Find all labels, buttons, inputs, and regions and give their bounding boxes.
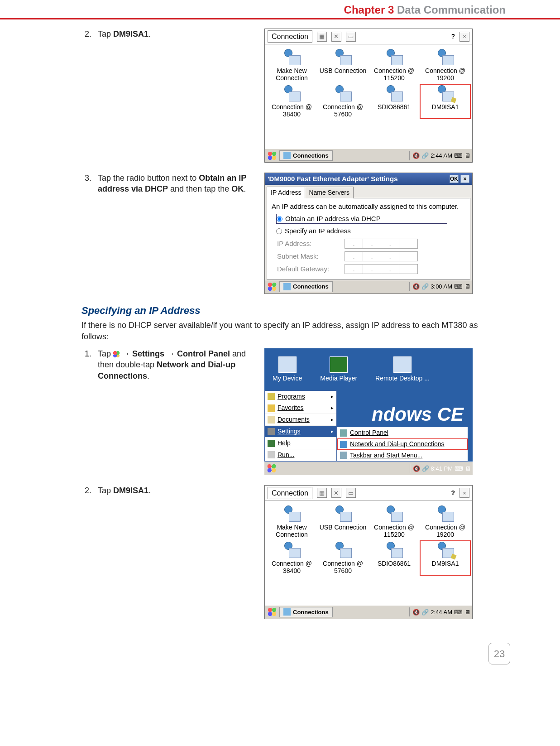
radio-input[interactable] (277, 216, 282, 222)
help-icon[interactable]: ? (451, 489, 455, 497)
start-button[interactable] (266, 463, 277, 473)
connection-label: Connection @ 57600 (319, 103, 367, 118)
close-icon[interactable]: × (459, 488, 469, 498)
text-bold: DM9ISA1 (113, 486, 148, 495)
properties-icon[interactable]: ▭ (346, 32, 356, 42)
connection-label: Make New Connection (268, 67, 316, 82)
step-number: 2. (81, 485, 91, 496)
network-icon (283, 283, 291, 290)
view-icon[interactable]: ▦ (317, 488, 327, 498)
radio-input[interactable] (276, 228, 282, 234)
windows-ce-logo: ndows CE (372, 402, 464, 428)
desktop-icon-mediaplayer[interactable]: Media Player (320, 356, 357, 383)
tray-icon[interactable]: 🔇 (412, 152, 420, 160)
sip-icon[interactable]: ⌨ (454, 608, 463, 616)
connection-item[interactable]: Connection @ 115200 (370, 505, 418, 538)
help-icon[interactable]: ? (451, 32, 455, 41)
connection-item[interactable]: USB Connection (319, 505, 367, 538)
tray-icon[interactable]: 🔗 (421, 608, 429, 616)
step-body: Tap DM9ISA1. (98, 485, 254, 496)
address-box[interactable]: Connection (268, 487, 312, 500)
taskbar-button[interactable]: Connections (279, 281, 333, 292)
taskbar-button[interactable]: Connections (279, 607, 333, 618)
connection-item[interactable]: Connection @ 57600 (319, 85, 367, 118)
connection-item-dm9isa1[interactable]: DM9ISA1 (421, 542, 469, 574)
menu-item-run[interactable]: Run... (265, 449, 336, 461)
text: . (147, 371, 149, 380)
properties-icon[interactable]: ▭ (346, 488, 356, 498)
settings-icon (268, 428, 275, 435)
sip-icon[interactable]: ⌨ (454, 152, 463, 160)
desktop-icon[interactable]: 🖥 (465, 465, 471, 473)
desktop-icon[interactable]: 🖥 (464, 152, 470, 160)
menu-item-programs[interactable]: Programs▸ (265, 391, 336, 403)
connection-item[interactable]: Connection @ 19200 (421, 49, 469, 82)
radio-dhcp[interactable]: Obtain an IP address via DHCP (276, 214, 447, 224)
tray-icon[interactable]: 🔗 (421, 283, 429, 291)
step-body: Tap DM9ISA1. (98, 29, 254, 39)
connection-item[interactable]: Connection @ 57600 (319, 542, 367, 574)
network-icon (340, 441, 347, 448)
tray-icon[interactable]: 🔗 (422, 465, 429, 473)
network-icon (283, 608, 291, 616)
connection-item[interactable]: USB Connection (319, 49, 367, 82)
start-button[interactable] (267, 151, 278, 161)
menu-item-settings[interactable]: Settings▸ (265, 426, 336, 438)
menu-item-favorites[interactable]: Favorites▸ (265, 402, 336, 414)
sip-icon[interactable]: ⌨ (454, 283, 463, 291)
menu-item-documents[interactable]: Documents▸ (265, 414, 336, 426)
connection-item[interactable]: Connection @ 115200 (370, 49, 418, 82)
delete-icon[interactable]: ✕ (331, 32, 341, 42)
connection-item[interactable]: Make New Connection (268, 49, 316, 82)
start-button[interactable] (267, 607, 278, 617)
delete-icon[interactable]: ✕ (331, 488, 341, 498)
taskbar: Connections 🔇🔗 3:00 AM ⌨🖥 (265, 280, 472, 294)
desktop-icon-remotedesktop[interactable]: Remote Desktop ... (375, 356, 430, 383)
connection-item[interactable]: SDIO86861 (370, 542, 418, 574)
submenu-control-panel[interactable]: Control Panel (337, 427, 468, 438)
connection-item-dm9isa1[interactable]: DM9ISA1 (421, 85, 469, 118)
connection-label: DM9ISA1 (432, 103, 459, 111)
connection-label: Connection @ 38400 (268, 103, 316, 118)
radio-label: Specify an IP address (285, 226, 351, 236)
field-ip-address: IP Address:... (277, 239, 465, 249)
view-icon[interactable]: ▦ (317, 32, 327, 42)
close-icon[interactable]: × (460, 175, 469, 183)
address-box[interactable]: Connection (268, 30, 312, 43)
system-tray: 🔇🔗 8:41 PM ⌨🖥 (409, 464, 471, 473)
sip-icon[interactable]: ⌨ (455, 465, 463, 473)
tray-icon[interactable]: 🔇 (412, 608, 420, 616)
desktop-icon[interactable]: 🖥 (464, 608, 470, 616)
tray-icon[interactable]: 🔗 (421, 152, 429, 160)
connection-item[interactable]: Make New Connection (268, 505, 316, 538)
tab-ip-address[interactable]: IP Address (267, 187, 305, 198)
ok-button[interactable]: OK (450, 175, 459, 183)
step-1b: 1. Tap → Settings → Control Panel and th… (81, 348, 254, 381)
desktop-icon[interactable]: 🖥 (464, 283, 470, 291)
clock: 2:44 AM (431, 608, 452, 616)
programs-icon (268, 393, 275, 400)
submenu-taskbar[interactable]: Taskbar and Start Menu... (337, 450, 468, 461)
taskbar-button[interactable]: Connections (279, 150, 333, 161)
text: Tap (98, 29, 113, 39)
connection-label: USB Connection (320, 67, 367, 74)
connection-item[interactable]: Connection @ 38400 (268, 85, 316, 118)
tray-icon[interactable]: 🔇 (412, 283, 420, 291)
tab-name-servers[interactable]: Name Servers (305, 187, 353, 198)
desktop-icon-mydevice[interactable]: My Device (273, 356, 302, 383)
settings-submenu: Control Panel Network and Dial-up Connec… (337, 427, 468, 462)
text-bold: DM9ISA1 (113, 29, 148, 39)
text: → (164, 349, 177, 358)
menu-item-help[interactable]: Help (265, 438, 336, 449)
tray-icon[interactable]: 🔇 (413, 465, 420, 473)
connection-item[interactable]: Connection @ 38400 (268, 542, 316, 574)
text: Tap (98, 486, 113, 495)
connection-label: Connection @ 57600 (319, 560, 367, 574)
submenu-network-connections[interactable]: Network and Dial-up Connections (337, 438, 468, 450)
connection-item[interactable]: SDIO86861 (370, 85, 418, 118)
start-button[interactable] (267, 282, 278, 292)
connection-item[interactable]: Connection @ 19200 (421, 505, 469, 538)
radio-specify[interactable]: Specify an IP address (276, 226, 447, 236)
close-icon[interactable]: × (459, 32, 469, 42)
system-tray: 🔇🔗 2:44 AM ⌨🖥 (408, 607, 470, 616)
